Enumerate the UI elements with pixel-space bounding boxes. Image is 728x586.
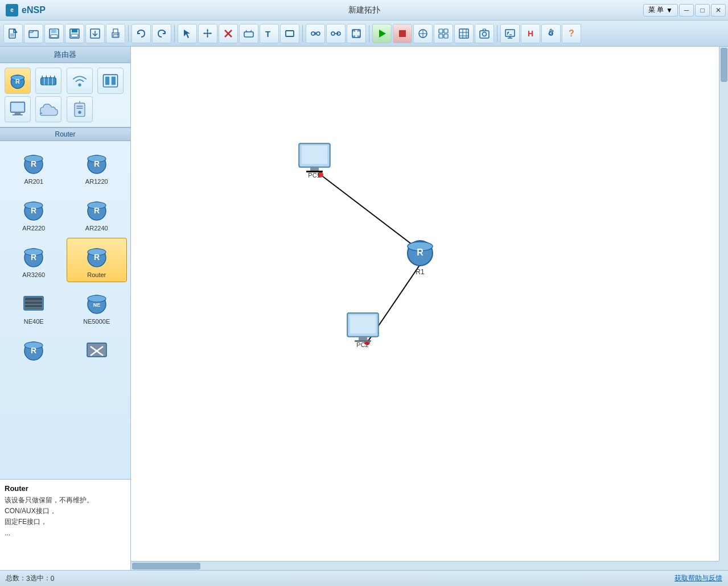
- router-icon-ar1220: R: [83, 148, 111, 177]
- status-selected-value: 0: [51, 575, 55, 583]
- svg-rect-38: [444, 29, 448, 33]
- canvas-area[interactable]: PC1 R R1 PC2: [131, 47, 728, 570]
- import-button[interactable]: [85, 24, 105, 43]
- box-button[interactable]: [280, 24, 299, 43]
- horizontal-scrollbar-thumb[interactable]: [132, 563, 200, 570]
- logo-icon: e: [6, 4, 18, 16]
- erase-button[interactable]: [239, 24, 258, 43]
- grid-button[interactable]: [454, 24, 474, 43]
- toolbar-sep-5: [497, 25, 497, 42]
- router-item-router[interactable]: R Router: [67, 238, 127, 282]
- svg-text:R: R: [15, 78, 20, 85]
- router-item-ar1220[interactable]: R AR1220: [67, 145, 127, 189]
- minimize-button[interactable]: ─: [679, 4, 694, 16]
- save-button[interactable]: [65, 24, 84, 43]
- svg-marker-32: [379, 30, 386, 38]
- svg-rect-114: [310, 167, 319, 171]
- router-grid: R AR201 R AR1220: [3, 145, 127, 369]
- capture-button[interactable]: [413, 24, 433, 43]
- start-button[interactable]: [372, 24, 392, 43]
- info-text: 该设备只做保留，不再维护。 CON/AUX接口， 固定FE接口， ...: [5, 495, 126, 539]
- main-layout: 路由器 R: [0, 47, 728, 570]
- print-button[interactable]: [106, 24, 125, 43]
- help-button[interactable]: ?: [562, 24, 581, 43]
- select-button[interactable]: [178, 24, 197, 43]
- saveas-button[interactable]: [44, 24, 64, 43]
- toolbar-sep-3: [302, 25, 303, 42]
- toolbar-sep-4: [369, 25, 369, 42]
- svg-rect-15: [113, 35, 118, 37]
- svg-text:R1: R1: [416, 268, 425, 276]
- svg-point-25: [316, 32, 320, 35]
- app-name: eNSP: [22, 5, 46, 15]
- horizontal-scrollbar[interactable]: [131, 561, 719, 570]
- router-item-ar2220[interactable]: R AR2220: [3, 191, 64, 236]
- open-button[interactable]: [24, 24, 43, 43]
- node-pc2: PC2: [347, 313, 379, 348]
- device-icon-pc[interactable]: [5, 96, 31, 122]
- node-pc1: PC1: [299, 143, 330, 179]
- menu-button[interactable]: 菜 单 ▼: [643, 4, 678, 16]
- svg-rect-102: [87, 343, 106, 357]
- maximize-button[interactable]: □: [695, 4, 710, 16]
- router-icon-ar2220: R: [19, 195, 48, 224]
- stop-button[interactable]: [393, 24, 412, 43]
- svg-rect-14: [113, 29, 118, 33]
- text-button[interactable]: T: [260, 24, 279, 43]
- router-item-ne5000e[interactable]: NE NE5000E: [67, 284, 127, 329]
- new-button[interactable]: [3, 24, 23, 43]
- router-label-ar3260: AR3260: [22, 271, 45, 278]
- router-item-device9[interactable]: R: [3, 331, 64, 369]
- device-icon-cloud[interactable]: [35, 96, 61, 122]
- router-label-ar201: AR201: [24, 178, 43, 185]
- close-button[interactable]: ✕: [711, 4, 726, 16]
- svg-text:R: R: [94, 159, 100, 168]
- help-feedback-link[interactable]: 获取帮助与反馈: [674, 573, 722, 583]
- svg-text:R: R: [31, 346, 36, 355]
- undo-button[interactable]: [131, 24, 151, 43]
- scroll-corner: [719, 561, 728, 570]
- device-category-label: 路由器: [0, 47, 130, 63]
- device-icon-firewall[interactable]: [97, 68, 124, 94]
- left-panel: 路由器 R: [0, 47, 131, 570]
- redo-button[interactable]: [152, 24, 171, 43]
- topo-button[interactable]: [434, 24, 453, 43]
- menu-label: 菜 单: [648, 5, 664, 15]
- router-item-ar201[interactable]: R AR201: [3, 145, 64, 189]
- fit-button[interactable]: [347, 24, 366, 43]
- console-button[interactable]: [500, 24, 520, 43]
- huawei-button[interactable]: H: [521, 24, 540, 43]
- router-item-ne40e[interactable]: NE40E: [3, 284, 64, 329]
- svg-rect-92: [25, 298, 42, 309]
- svg-rect-40: [444, 34, 448, 38]
- router-item-ar3260[interactable]: R AR3260: [3, 238, 64, 282]
- device-icon-router[interactable]: R: [5, 68, 31, 94]
- router-item-device10[interactable]: [67, 331, 127, 369]
- svg-rect-113: [302, 146, 327, 164]
- addlink-button[interactable]: [306, 24, 325, 43]
- device-icon-other[interactable]: [67, 96, 93, 122]
- svg-rect-66: [15, 112, 21, 114]
- toolbar-sep-1: [128, 25, 129, 42]
- vertical-scrollbar-thumb[interactable]: [721, 48, 727, 82]
- router-item-ar2240[interactable]: R AR2240: [67, 191, 127, 236]
- delete-button[interactable]: [219, 24, 238, 43]
- autolink-button[interactable]: [326, 24, 346, 43]
- svg-rect-62: [105, 77, 109, 85]
- settings-button[interactable]: [541, 24, 561, 43]
- status-total-label: 总数：: [6, 573, 26, 583]
- router-label-ne5000e: NE5000E: [83, 318, 110, 325]
- device-icon-wlan[interactable]: [67, 68, 93, 94]
- svg-rect-67: [13, 114, 23, 115]
- svg-text:R: R: [31, 206, 36, 215]
- vertical-scrollbar[interactable]: [719, 47, 728, 561]
- router-list[interactable]: R AR201 R AR1220: [0, 141, 130, 479]
- svg-text:PC2: PC2: [356, 341, 368, 348]
- snapshot-button[interactable]: [475, 24, 494, 43]
- move-button[interactable]: [198, 24, 217, 43]
- svg-rect-19: [244, 32, 253, 37]
- router-icon-ne5000e: NE: [83, 288, 111, 317]
- svg-text:R: R: [94, 253, 100, 262]
- toolbar-sep-2: [174, 25, 175, 42]
- device-icon-switch[interactable]: [35, 68, 61, 94]
